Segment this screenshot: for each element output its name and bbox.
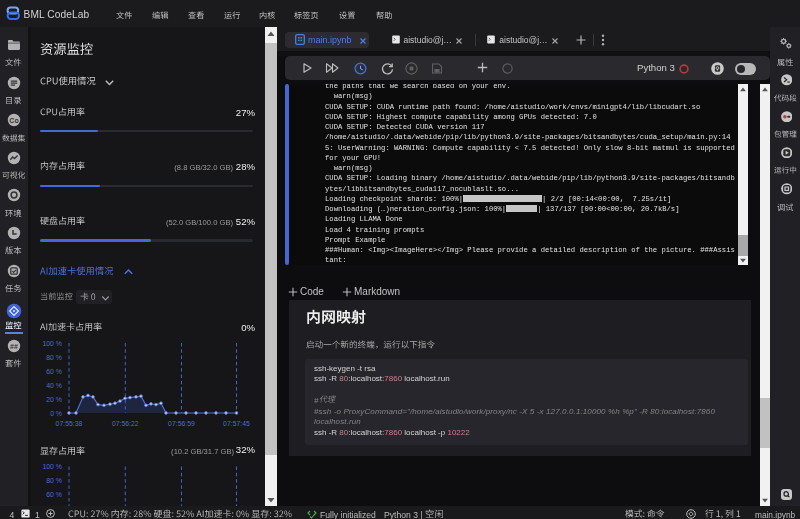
svg-text:100 %: 100 % — [42, 340, 62, 347]
svg-text:##: ## — [10, 342, 18, 349]
svg-text:100 %: 100 % — [42, 463, 62, 470]
svg-text:07:57:45: 07:57:45 — [223, 420, 250, 427]
svg-text:0 %: 0 % — [50, 410, 62, 417]
svg-text:Co: Co — [9, 117, 18, 124]
svg-text:07:55:38: 07:55:38 — [56, 420, 83, 427]
svg-text:07:56:59: 07:56:59 — [168, 420, 195, 427]
svg-text:60 %: 60 % — [46, 368, 62, 375]
svg-text:60 %: 60 % — [46, 491, 62, 498]
svg-text:20 %: 20 % — [46, 396, 62, 403]
svg-text:80 %: 80 % — [46, 477, 62, 484]
svg-text:40 %: 40 % — [46, 382, 62, 389]
svg-text:80 %: 80 % — [46, 354, 62, 361]
svg-text:07:56:22: 07:56:22 — [112, 420, 139, 427]
